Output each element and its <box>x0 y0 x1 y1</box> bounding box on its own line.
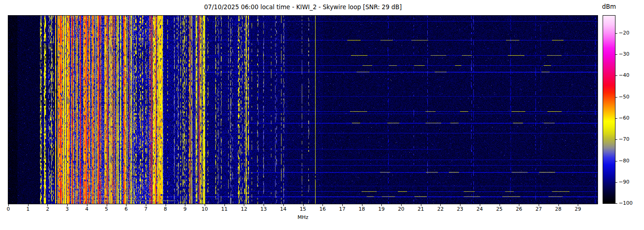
colorbar-tick-mark <box>615 75 617 76</box>
x-tick-label: 22 <box>431 206 449 212</box>
spectrogram-figure: 07/10/2025 06:00 local time - KIWI_2 - S… <box>0 0 644 230</box>
x-tick-label: 4 <box>78 206 96 212</box>
colorbar-tick-label: −100 <box>619 200 632 207</box>
x-tick-label: 24 <box>471 206 489 212</box>
chart-title: 07/10/2025 06:00 local time - KIWI_2 - S… <box>8 4 598 11</box>
colorbar-unit-label: dBm <box>596 3 622 10</box>
x-tick-label: 0 <box>0 206 17 212</box>
colorbar-tick-mark <box>615 182 617 183</box>
colorbar-tick-label: −60 <box>619 115 629 121</box>
colorbar-tick-label: −50 <box>619 94 629 100</box>
x-tick-label: 25 <box>490 206 509 212</box>
colorbar-tick-mark <box>615 203 617 204</box>
x-tick-label: 29 <box>569 206 587 212</box>
colorbar-tick-mark <box>615 139 617 140</box>
colorbar-tick-label: −40 <box>619 72 629 79</box>
x-tick-label: 18 <box>353 206 371 212</box>
colorbar-tick-mark <box>615 161 617 161</box>
x-tick-label: 1 <box>19 206 37 212</box>
x-tick-label: 14 <box>274 206 293 212</box>
x-tick-label: 19 <box>372 206 391 212</box>
x-tick-label: 3 <box>58 206 76 212</box>
x-tick-label: 2 <box>38 206 57 212</box>
colorbar-tick-label: −30 <box>619 51 629 58</box>
x-tick-label: 21 <box>412 206 430 212</box>
colorbar-tick-mark <box>615 118 617 119</box>
colorbar-tick-mark <box>615 33 617 34</box>
x-tick-label: 23 <box>451 206 469 212</box>
colorbar-tick-mark <box>615 97 617 98</box>
colorbar-tick-label: −20 <box>619 30 629 36</box>
colorbar-tick-label: −90 <box>619 179 629 185</box>
x-tick-label: 26 <box>510 206 528 212</box>
colorbar-tick-label: −70 <box>619 136 629 143</box>
x-tick-label: 6 <box>117 206 135 212</box>
x-tick-label: 8 <box>156 206 175 212</box>
x-tick-label: 16 <box>313 206 332 212</box>
x-tick-label: 13 <box>254 206 273 212</box>
x-tick-label: 11 <box>215 206 234 212</box>
x-tick-label: 7 <box>137 206 155 212</box>
x-tick-label: 20 <box>392 206 410 212</box>
x-axis-label: MHz <box>8 214 598 220</box>
x-tick-label: 12 <box>235 206 253 212</box>
colorbar-tick-mark <box>615 54 617 55</box>
x-tick-label: 15 <box>294 206 312 212</box>
x-tick-label: 28 <box>549 206 568 212</box>
x-tick-label: 9 <box>176 206 194 212</box>
colorbar <box>603 15 615 204</box>
x-tick-label: 5 <box>98 206 116 212</box>
x-tick-label: 27 <box>529 206 548 212</box>
waterfall-plot-area <box>8 15 598 204</box>
x-tick-label: 10 <box>196 206 214 212</box>
x-tick-label: 17 <box>333 206 351 212</box>
colorbar-tick-label: −80 <box>619 158 629 164</box>
spectrogram-canvas <box>8 16 598 204</box>
